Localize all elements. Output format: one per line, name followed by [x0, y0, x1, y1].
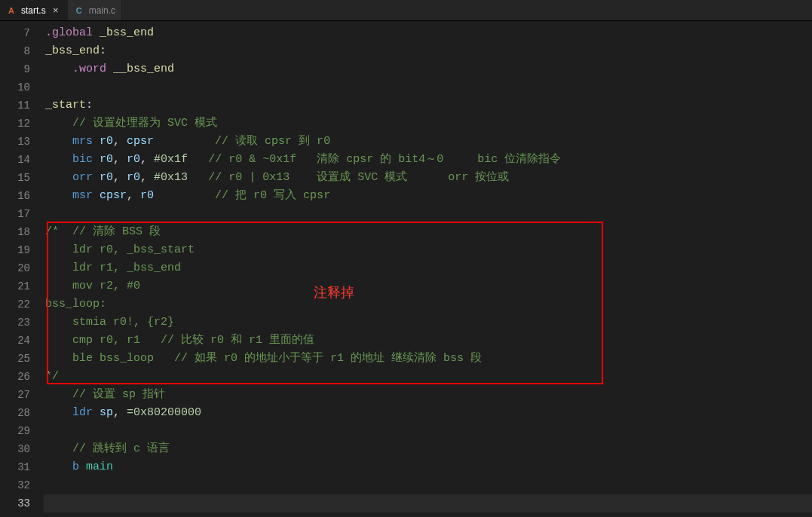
- code-token: [45, 442, 72, 455]
- code-token: r0: [100, 153, 113, 166]
- code-token: stmia r0!, {r2}: [45, 316, 174, 329]
- code-line[interactable]: ldr sp, =0x80200000: [44, 404, 812, 422]
- line-number: 33: [0, 494, 30, 512]
- line-number: 16: [0, 187, 30, 205]
- code-line[interactable]: msr cpsr, r0 // 把 r0 写入 cpsr: [44, 187, 812, 205]
- line-number: 17: [0, 205, 30, 223]
- code-token: ,: [140, 153, 154, 166]
- code-token: _start: [45, 99, 86, 112]
- code-token: r0: [127, 153, 140, 166]
- code-token: :: [86, 99, 93, 112]
- code-line[interactable]: // 设置处理器为 SVC 模式: [44, 115, 812, 133]
- tab-start-s[interactable]: A start.s ×: [0, 0, 68, 20]
- code-line[interactable]: bss_loop:: [44, 295, 812, 314]
- code-line[interactable]: b main: [44, 458, 812, 476]
- code-line[interactable]: */: [44, 368, 812, 386]
- code-token: [45, 406, 72, 419]
- tab-main-c[interactable]: C main.c: [68, 0, 122, 20]
- code-area[interactable]: 注释掉 .global _bss_end_bss_end: .word __bs…: [44, 21, 812, 517]
- code-token: [45, 189, 72, 202]
- line-number: 19: [0, 241, 30, 259]
- editor[interactable]: 7891011121314151617181920212223242526272…: [0, 21, 812, 517]
- code-token: __bss_end: [113, 63, 174, 75]
- line-number: 18: [0, 223, 30, 241]
- code-token: [188, 171, 208, 184]
- code-line[interactable]: _start:: [44, 96, 812, 115]
- code-token: mov r2, #0: [45, 280, 140, 292]
- code-token: */: [45, 370, 59, 383]
- code-token: [154, 135, 215, 148]
- line-number: 29: [0, 422, 30, 440]
- code-token: r0: [100, 135, 113, 148]
- line-number: 28: [0, 404, 30, 422]
- code-token: /* // 清除 BSS 段: [45, 225, 161, 238]
- code-line[interactable]: stmia r0!, {r2}: [44, 314, 812, 332]
- code-token: mrs: [72, 135, 93, 148]
- code-line[interactable]: ldr r0, _bss_start: [44, 241, 812, 259]
- code-token: r0: [140, 189, 154, 202]
- code-token: [45, 171, 72, 184]
- code-line[interactable]: // 设置 sp 指针: [44, 386, 812, 404]
- code-line[interactable]: mov r2, #0: [44, 277, 812, 295]
- code-token: [45, 153, 72, 166]
- line-number: 10: [0, 78, 30, 96]
- code-token: [106, 63, 113, 75]
- code-token: ,: [140, 171, 154, 184]
- code-line[interactable]: bic r0, r0, #0x1f // r0 & ~0x1f 清除 cpsr …: [44, 151, 812, 169]
- code-token: cpsr: [127, 135, 154, 148]
- line-number: 30: [0, 440, 30, 458]
- code-token: [188, 153, 208, 166]
- c-file-icon: C: [74, 6, 84, 15]
- code-line[interactable]: [44, 422, 812, 440]
- tab-label: start.s: [21, 5, 46, 16]
- line-number: 20: [0, 259, 30, 277]
- code-token: cmp r0, r1 // 比较 r0 和 r1 里面的值: [45, 334, 314, 347]
- code-line[interactable]: _bss_end:: [44, 42, 812, 60]
- line-number: 9: [0, 60, 30, 78]
- code-token: .word: [72, 63, 106, 75]
- line-number-gutter: 7891011121314151617181920212223242526272…: [0, 21, 44, 517]
- line-number: 7: [0, 24, 30, 42]
- close-icon[interactable]: ×: [51, 5, 61, 16]
- code-line[interactable]: [44, 78, 812, 96]
- code-token: [93, 189, 100, 202]
- code-token: [93, 26, 100, 39]
- line-number: 21: [0, 277, 30, 295]
- code-token: [79, 460, 86, 473]
- line-number: 15: [0, 169, 30, 187]
- code-token: // 把 r0 写入 cpsr: [215, 189, 330, 202]
- code-token: // 跳转到 c 语言: [72, 442, 170, 455]
- code-token: // r0 | 0x13 设置成 SVC 模式 orr 按位或: [208, 171, 509, 184]
- code-line[interactable]: .word __bss_end: [44, 60, 812, 78]
- code-line[interactable]: [44, 494, 812, 512]
- code-token: .global: [45, 26, 93, 39]
- code-token: ,: [113, 153, 127, 166]
- line-number: 27: [0, 386, 30, 404]
- code-line[interactable]: /* // 清除 BSS 段: [44, 223, 812, 241]
- line-number: 14: [0, 151, 30, 169]
- code-line[interactable]: // 跳转到 c 语言: [44, 440, 812, 458]
- code-line[interactable]: cmp r0, r1 // 比较 r0 和 r1 里面的值: [44, 332, 812, 350]
- code-line[interactable]: orr r0, r0, #0x13 // r0 | 0x13 设置成 SVC 模…: [44, 169, 812, 187]
- code-token: sp: [100, 406, 113, 419]
- code-line[interactable]: .global _bss_end: [44, 24, 812, 42]
- code-token: bic: [72, 153, 93, 166]
- code-line[interactable]: [44, 476, 812, 494]
- code-token: ,: [113, 171, 127, 184]
- asm-file-icon: A: [6, 6, 17, 15]
- code-line[interactable]: mrs r0, cpsr // 读取 cpsr 到 r0: [44, 133, 812, 151]
- code-line[interactable]: ldr r1, _bss_end: [44, 259, 812, 277]
- code-token: main: [86, 460, 113, 473]
- code-token: r0: [127, 171, 140, 184]
- code-token: _bss_end: [45, 44, 100, 57]
- line-number: 24: [0, 332, 30, 350]
- code-line[interactable]: ble bss_loop // 如果 r0 的地址小于等于 r1 的地址 继续清…: [44, 350, 812, 368]
- code-token: #0x13: [154, 171, 188, 184]
- line-number: 13: [0, 133, 30, 151]
- code-line[interactable]: [44, 205, 812, 223]
- code-token: // r0 & ~0x1f 清除 cpsr 的 bit4～0 bic 位清除指令: [208, 153, 561, 166]
- code-token: r0: [100, 171, 113, 184]
- line-number: 12: [0, 115, 30, 133]
- code-token: ble bss_loop // 如果 r0 的地址小于等于 r1 的地址 继续清…: [45, 352, 482, 365]
- code-token: [93, 135, 100, 148]
